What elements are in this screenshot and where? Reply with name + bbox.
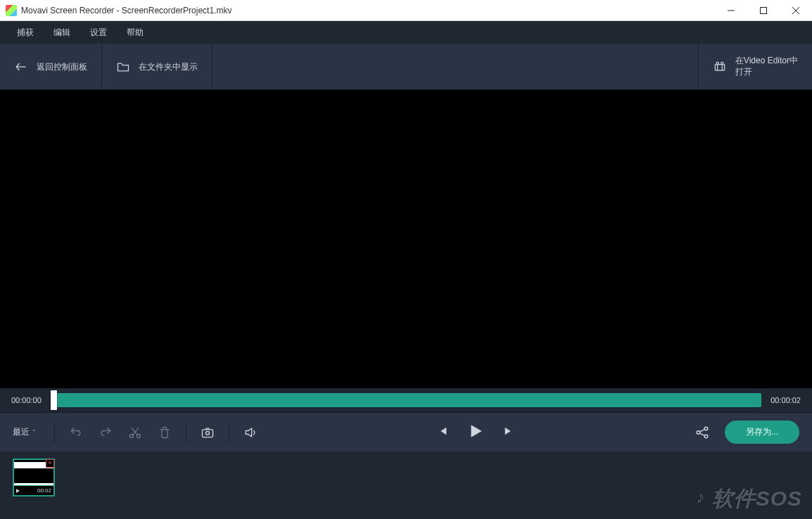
menubar: 捕获 编辑 设置 帮助	[0, 21, 812, 44]
show-in-folder-button[interactable]: 在文件夹中显示	[102, 44, 212, 89]
recent-thumbnail[interactable]: × 00:02	[13, 459, 55, 496]
open-in-editor-label: 在Video Editor中 打开	[735, 56, 798, 77]
svg-line-12	[133, 428, 139, 435]
prev-frame-button[interactable]	[437, 425, 448, 440]
back-to-panel-label: 返回控制面板	[37, 61, 87, 73]
back-to-panel-button[interactable]: 返回控制面板	[0, 44, 102, 89]
svg-rect-1	[761, 7, 767, 13]
svg-line-13	[132, 428, 137, 435]
save-as-button[interactable]: 另存为...	[725, 421, 799, 444]
svg-rect-14	[203, 429, 213, 437]
next-frame-button[interactable]	[503, 425, 514, 440]
recent-label: 最近	[13, 426, 30, 438]
folder-icon	[116, 60, 130, 74]
menu-settings[interactable]: 设置	[80, 23, 117, 43]
thumbnail-duration: 00:02	[37, 487, 51, 494]
close-button[interactable]	[780, 0, 812, 21]
app-icon	[6, 5, 17, 16]
maximize-button[interactable]	[747, 0, 780, 21]
divider	[186, 423, 186, 442]
screenshot-button[interactable]	[199, 424, 216, 441]
svg-line-20	[699, 432, 704, 435]
play-button[interactable]	[467, 422, 485, 443]
divider	[229, 423, 229, 442]
delete-button[interactable]	[156, 424, 173, 441]
arrow-left-icon	[14, 60, 28, 74]
svg-line-19	[699, 429, 704, 432]
window-title: Movavi Screen Recorder - ScreenRecorderP…	[21, 6, 231, 15]
volume-button[interactable]	[242, 424, 259, 441]
svg-point-7	[721, 62, 723, 64]
chevron-up-icon: ˄	[32, 429, 36, 436]
thumbnail-close-icon[interactable]: ×	[46, 459, 54, 468]
redo-button[interactable]	[97, 424, 114, 441]
playback-controls	[272, 422, 680, 443]
video-preview[interactable]	[0, 90, 812, 388]
action-bar: 返回控制面板 在文件夹中显示 在Video Editor中 打开	[0, 44, 812, 90]
svg-rect-5	[715, 65, 724, 70]
window-controls	[715, 0, 812, 21]
timeline: 00:00:00 00:00:02	[0, 388, 812, 412]
menu-help[interactable]: 帮助	[117, 23, 153, 43]
time-end: 00:00:02	[768, 396, 801, 404]
actionbar-spacer	[212, 44, 699, 89]
controls-bar: 最近 ˄ 另存为...	[0, 412, 812, 451]
open-in-editor-button[interactable]: 在Video Editor中 打开	[699, 44, 812, 89]
timeline-track[interactable]	[51, 393, 761, 407]
svg-point-6	[716, 62, 718, 64]
svg-point-15	[206, 431, 210, 435]
mini-play-icon	[16, 489, 20, 493]
video-editor-icon	[713, 60, 727, 74]
divider	[54, 423, 55, 442]
window-titlebar: Movavi Screen Recorder - ScreenRecorderP…	[0, 0, 812, 21]
minimize-button[interactable]	[715, 0, 747, 21]
recent-dropdown[interactable]: 最近 ˄	[13, 426, 36, 438]
cut-button[interactable]	[127, 424, 144, 441]
show-in-folder-label: 在文件夹中显示	[139, 61, 198, 73]
share-button[interactable]	[692, 424, 712, 441]
recent-strip: × 00:02	[0, 451, 812, 519]
thumbnail-footer: 00:02	[14, 485, 53, 495]
menu-capture[interactable]: 捕获	[7, 23, 44, 43]
timeline-playhead[interactable]	[51, 390, 57, 410]
menu-edit[interactable]: 编辑	[44, 23, 80, 43]
undo-button[interactable]	[68, 424, 84, 441]
time-start: 00:00:00	[11, 396, 44, 404]
